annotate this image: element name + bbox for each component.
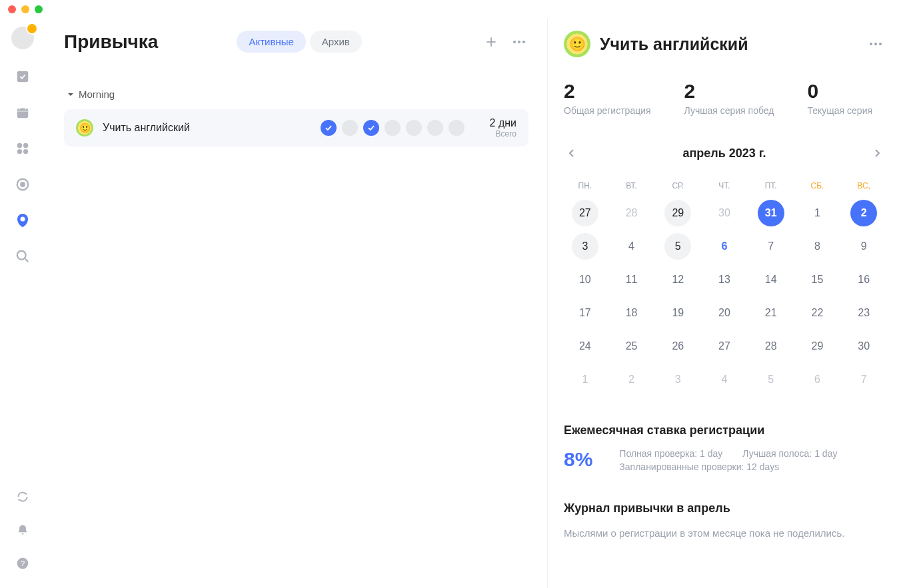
dow-label: ВТ.	[610, 177, 653, 194]
calendar-day[interactable]: 27	[564, 198, 606, 228]
calendar-day[interactable]: 6	[703, 232, 746, 261]
calendar-day[interactable]: 7	[750, 232, 792, 261]
stat-label: Текущая серия	[807, 105, 872, 116]
calendar-day[interactable]: 20	[703, 298, 746, 328]
calendar-day[interactable]: 9	[842, 232, 885, 261]
monthly-percent: 8%	[564, 448, 592, 471]
nav-habit[interactable]	[14, 212, 31, 229]
calendar-day[interactable]: 2	[610, 365, 653, 394]
svg-point-12	[17, 251, 26, 260]
calendar-day[interactable]: 28	[610, 198, 653, 228]
calendar-day[interactable]: 15	[796, 265, 839, 294]
svg-point-10	[21, 182, 25, 186]
calendar-day[interactable]: 23	[842, 298, 885, 328]
svg-point-8	[23, 149, 28, 154]
calendar-day[interactable]: 12	[656, 265, 699, 294]
calendar-day[interactable]: 3	[656, 365, 699, 394]
calendar-day[interactable]: 17	[564, 298, 606, 328]
svg-point-20	[522, 41, 525, 43]
nav-sync[interactable]	[14, 488, 31, 505]
calendar-day[interactable]: 16	[842, 265, 885, 294]
svg-point-7	[17, 149, 22, 154]
calendar-day[interactable]: 14	[750, 265, 792, 294]
calendar-month: апрель 2023 г.	[682, 147, 766, 160]
tab-active[interactable]: Активные	[237, 31, 305, 53]
calendar-day[interactable]: 5	[750, 365, 792, 394]
check-done[interactable]	[363, 120, 379, 136]
check-empty[interactable]	[449, 120, 464, 136]
habit-days-value: 2 дни	[490, 117, 516, 129]
nav-help[interactable]: ?	[14, 555, 31, 572]
calendar-day[interactable]: 8	[796, 232, 839, 261]
dow-label: ВС,	[842, 177, 885, 194]
tab-archive[interactable]: Архив	[310, 31, 362, 53]
nav-calendar[interactable]	[14, 104, 31, 121]
svg-line-13	[25, 259, 29, 262]
calendar-day[interactable]: 30	[703, 198, 746, 228]
calendar-day[interactable]: 28	[750, 332, 792, 361]
titlebar	[0, 0, 901, 19]
svg-rect-1	[17, 109, 29, 119]
check-done[interactable]	[321, 120, 337, 136]
calendar-day[interactable]: 7	[842, 365, 885, 394]
calendar-day[interactable]: 2	[842, 198, 885, 228]
check-empty[interactable]	[385, 120, 401, 136]
section-label: Morning	[79, 89, 115, 100]
check-empty[interactable]	[342, 120, 358, 136]
calendar-next-button[interactable]	[869, 145, 885, 161]
calendar-day[interactable]: 18	[610, 298, 653, 328]
window-close-button[interactable]	[8, 5, 16, 13]
section-morning[interactable]: Morning	[64, 89, 528, 100]
calendar-day[interactable]: 30	[842, 332, 885, 361]
journal-empty: Мыслями о регистрации в этом месяце пока…	[564, 527, 885, 539]
calendar-day[interactable]: 29	[656, 198, 699, 228]
nav-focus[interactable]	[14, 176, 31, 193]
calendar-day[interactable]: 10	[564, 265, 606, 294]
nav-tasks[interactable]	[14, 68, 31, 85]
list-more-button[interactable]	[510, 33, 528, 51]
calendar-prev-button[interactable]	[564, 145, 580, 161]
svg-rect-4	[17, 111, 29, 112]
svg-point-22	[874, 43, 877, 45]
detail-title: Учить английский	[600, 35, 748, 54]
tabs: Активные Архив	[237, 31, 361, 53]
window-maximize-button[interactable]	[35, 5, 43, 13]
calendar-day[interactable]: 4	[610, 232, 653, 261]
calendar-day[interactable]: 27	[703, 332, 746, 361]
calendar-day[interactable]: 22	[796, 298, 839, 328]
avatar[interactable]	[11, 27, 34, 49]
calendar-day[interactable]: 6	[796, 365, 839, 394]
nav-matrix[interactable]	[14, 140, 31, 157]
calendar-day[interactable]: 21	[750, 298, 792, 328]
calendar-day[interactable]: 31	[750, 198, 792, 228]
nav-notifications[interactable]	[14, 521, 31, 539]
journal-title: Журнал привычки в апрель	[564, 501, 885, 515]
svg-point-6	[23, 143, 28, 148]
calendar-day[interactable]: 13	[703, 265, 746, 294]
window-minimize-button[interactable]	[21, 5, 29, 13]
calendar-day[interactable]: 29	[796, 332, 839, 361]
add-habit-button[interactable]	[482, 33, 500, 51]
calendar-day[interactable]: 3	[564, 232, 606, 261]
detail-more-button[interactable]	[866, 35, 885, 53]
stat-item: 2Лучшая серия побед	[684, 80, 774, 116]
calendar-day[interactable]: 11	[610, 265, 653, 294]
calendar-day[interactable]: 4	[703, 365, 746, 394]
svg-point-23	[879, 43, 882, 45]
calendar-day[interactable]: 25	[610, 332, 653, 361]
stat-label: Общая регистрация	[564, 105, 651, 116]
monthly-rate: Ежемесячная ставка регистрации 8% Полная…	[564, 424, 885, 472]
stat-num: 2	[564, 80, 651, 103]
nav-search[interactable]	[14, 248, 31, 265]
check-empty[interactable]	[427, 120, 443, 136]
calendar-day[interactable]: 26	[656, 332, 699, 361]
main: Привычка Активные Архив Morning 🙂	[45, 19, 901, 588]
calendar-day[interactable]: 19	[656, 298, 699, 328]
habit-row[interactable]: 🙂 Учить английский 2 дни Всего	[64, 109, 528, 147]
calendar-day[interactable]: 24	[564, 332, 606, 361]
check-empty[interactable]	[406, 120, 422, 136]
calendar-day[interactable]: 5	[656, 232, 699, 261]
calendar-day[interactable]: 1	[796, 198, 839, 228]
calendar-day[interactable]: 1	[564, 365, 606, 394]
chevron-down-icon	[67, 91, 75, 99]
